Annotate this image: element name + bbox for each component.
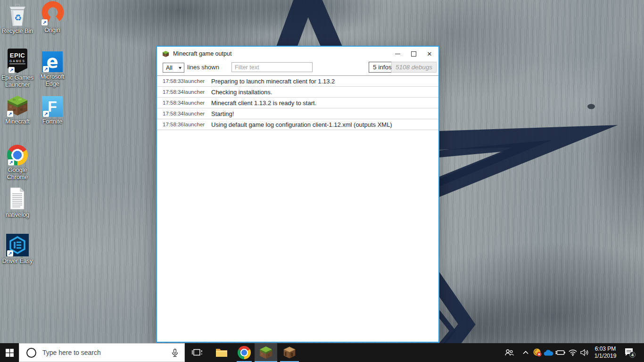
minecraft-grass-block-icon: ↗ [6,92,29,117]
notification-icon: 4 [624,347,636,358]
maximize-button[interactable] [405,47,421,61]
chrome-icon [238,346,251,359]
onedrive-button[interactable] [542,343,554,362]
minecraft-grass-block-icon [259,346,273,360]
log-source: launcher [184,122,211,127]
taskbar-search-input[interactable]: Type here to search [19,343,185,362]
clock-date: 1/1/2019 [594,353,617,360]
task-view-button[interactable] [187,343,207,362]
wifi-icon [568,349,578,356]
desktop-icon-label: Minecraft [5,118,29,125]
desktop-icon-label: Fortnite [42,118,62,125]
log-time: 17:58:36 [163,122,184,127]
speaker-icon [579,349,590,356]
screen: ♻ Recycle Bin ↗ Origin EPIC GAMES ↗ Epic… [0,0,644,362]
people-icon [504,348,514,357]
desktop-icon-google-chrome[interactable]: ↗ Google Chrome [0,141,36,181]
windows-logo-icon [6,349,14,357]
log-source: launcher [184,89,211,95]
log-row[interactable]: 17:58:36 launcher Using default game log… [157,119,438,130]
log-toolbar: All lines shown 5 infos 5108 debugs [157,61,438,76]
desktop-icon-label: Recycle Bin [2,28,33,35]
log-time: 17:58:33 [163,78,184,84]
lines-filter-select[interactable]: All [163,63,184,73]
minimize-button[interactable] [389,47,405,61]
desktop-icon-label: Microsoft Edge [34,74,71,88]
show-hidden-icons-button[interactable] [520,343,532,362]
driver-easy-icon: ↗ [6,232,29,256]
desktop-icon-epic-games-launcher[interactable]: EPIC GAMES ↗ Epic Games Launcher [0,48,36,89]
epic-games-icon: EPIC GAMES ↗ [8,48,27,73]
filter-text-input[interactable] [231,62,313,72]
desktop-icon-minecraft[interactable]: ↗ Minecraft [0,92,36,125]
antivirus-alert-icon [533,348,542,357]
folder-icon [215,347,228,358]
shortcut-arrow-icon: ↗ [8,67,15,73]
notification-badge: 4 [631,353,634,357]
close-icon: ✕ [427,51,432,57]
wallpaper-debris [587,104,595,109]
shortcut-arrow-icon: ↗ [7,250,13,256]
desktop-icon-label: Epic Games Launcher [0,74,36,89]
desktop-icon-label: Google Chrome [0,167,36,181]
volume-button[interactable] [578,343,591,362]
origin-icon: ↗ [41,1,64,25]
shortcut-arrow-icon: ↗ [43,111,49,117]
log-source: launcher [184,100,211,106]
shortcut-arrow-icon: ↗ [7,111,13,117]
fortnite-icon: F ↗ [42,92,63,117]
minecraft-game-output-window: Minecraft game output ✕ All lines shown … [156,46,439,343]
svg-text:♻: ♻ [14,13,22,23]
shortcut-arrow-icon: ↗ [8,159,14,165]
taskbar-clock[interactable]: 6:03 PM 1/1/2019 [590,343,620,362]
window-title: Minecraft game output [173,50,231,57]
tray-alert-button[interactable] [532,343,543,362]
chrome-icon: ↗ [7,141,28,165]
onedrive-cloud-icon [543,349,553,356]
taskbar-chrome-button[interactable] [234,343,255,362]
log-row[interactable]: 17:58:34 launcher Starting! [157,108,438,119]
desktop-icon-label: Origin [44,27,60,34]
desktop-icon-origin[interactable]: ↗ Origin [34,1,71,34]
log-row[interactable]: 17:58:34 launcher Checking installations… [157,87,438,98]
taskbar-minecraft-launcher-button[interactable] [255,343,277,362]
recycle-bin-icon: ♻ [7,2,28,26]
chevron-up-icon [522,350,529,355]
clock-time: 6:03 PM [595,346,616,353]
log-message: Checking installations. [211,89,272,96]
battery-button[interactable] [554,343,567,362]
microphone-icon[interactable] [170,348,180,358]
log-source: launcher [184,78,211,84]
log-time: 17:58:34 [163,89,184,95]
log-row[interactable]: 17:58:34 launcher Minecraft client 1.13.… [157,98,438,108]
desktop-icon-driver-easy[interactable]: ↗ Driver Easy [0,232,36,265]
desktop-icon-microsoft-edge[interactable]: e ↗ Microsoft Edge [34,48,71,88]
file-explorer-button[interactable] [211,343,232,362]
edge-icon: e ↗ [42,48,63,72]
action-center-button[interactable]: 4 [621,343,638,362]
taskbar-minecraft-game-button[interactable] [279,343,300,362]
debugs-toggle-button[interactable]: 5108 debugs [391,62,437,73]
desktop-icon-fortnite[interactable]: F ↗ Fortnite [34,92,71,125]
log-row[interactable]: 17:58:33 launcher Preparing to launch mi… [157,76,438,87]
start-button[interactable] [0,343,19,362]
minimize-icon [395,54,400,54]
log-time: 17:58:34 [163,100,184,106]
desktop-icon-nativelog[interactable]: nativelog [0,186,36,219]
text-document-icon [8,186,27,210]
log-message: Starting! [211,110,234,117]
desktop-icon-label: Driver Easy [2,258,33,265]
close-button[interactable]: ✕ [421,47,438,61]
minecraft-app-icon [162,50,169,58]
wifi-button[interactable] [567,343,579,362]
log-message: Preparing to launch minecraft client for… [211,78,335,85]
window-titlebar[interactable]: Minecraft game output ✕ [157,47,438,61]
chevron-down-icon [179,67,182,69]
log-source: launcher [184,111,211,116]
shortcut-arrow-icon: ↗ [43,66,49,72]
crafting-table-icon [283,346,296,359]
log-message: Minecraft client 1.13.2 is ready to star… [211,99,316,107]
lines-shown-label: lines shown [187,64,219,71]
desktop-icon-recycle-bin[interactable]: ♻ Recycle Bin [0,2,36,35]
people-button[interactable] [503,343,516,362]
